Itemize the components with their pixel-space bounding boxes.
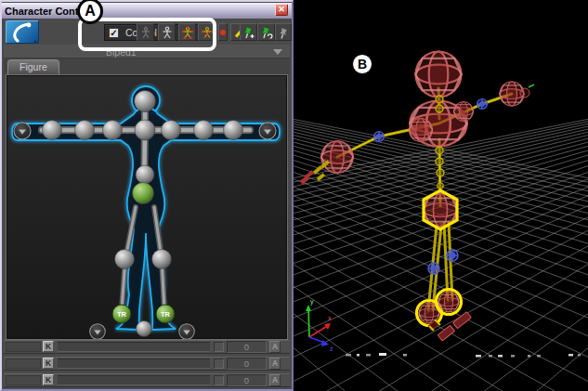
row3-key-button[interactable]: K xyxy=(43,374,54,385)
row3-value-field[interactable]: 0 xyxy=(227,374,267,386)
chevron-down-icon xyxy=(273,49,282,55)
viewport-scene: y x z xyxy=(294,0,588,391)
record-dot-button[interactable] xyxy=(218,23,228,41)
axis-y-label: y xyxy=(310,298,314,306)
pin-rotate-icon xyxy=(260,26,273,39)
keying-selection-button-disabled[interactable] xyxy=(137,23,154,41)
axis-z-label: z xyxy=(330,345,333,352)
row3-slider-track[interactable] xyxy=(58,375,210,385)
left-hand-node xyxy=(321,141,353,173)
keying-body-part-icon xyxy=(201,26,214,39)
pin-translate-icon xyxy=(242,26,255,39)
expand-left-arm-button[interactable] xyxy=(14,123,31,139)
control-rig-checkbox[interactable]: ✓ xyxy=(109,28,119,38)
row2-key-button[interactable]: K xyxy=(43,358,54,369)
key-row-3: K 0 A xyxy=(4,373,290,387)
record-dot-icon xyxy=(219,29,227,36)
keying-full-body-icon xyxy=(181,26,194,39)
right-shoulder-cell xyxy=(162,121,181,140)
expand-right-arm-button[interactable] xyxy=(259,123,276,139)
row1-mute-box[interactable] xyxy=(214,342,224,352)
tr-left-label: TR xyxy=(117,310,127,319)
tab-figure[interactable]: Figure xyxy=(7,59,59,74)
character-name: Biped1 xyxy=(106,46,137,58)
hips-effector[interactable] xyxy=(424,190,457,229)
row1-a-button[interactable]: A xyxy=(269,341,281,353)
hud-tick-marks xyxy=(346,353,581,358)
right-shoulder-node xyxy=(454,102,474,122)
keying-full-body-button[interactable] xyxy=(178,23,196,41)
chest-cell xyxy=(135,120,155,140)
pin-none-button[interactable] xyxy=(275,23,292,41)
row1-label-cell xyxy=(6,342,41,352)
expand-right-foot-button[interactable] xyxy=(179,324,195,339)
row1-key-button[interactable]: K xyxy=(43,341,54,352)
toolbar: ✓ Control Rig xyxy=(2,20,292,45)
left-knee-ring xyxy=(428,263,439,274)
row2-a-button[interactable]: A xyxy=(269,358,281,370)
character-figure-icon xyxy=(161,26,174,39)
axis-x-label: x xyxy=(328,315,332,321)
keying-selection-icon xyxy=(139,26,152,39)
pin-none-icon xyxy=(277,26,290,39)
right-ankle-tr-marker[interactable]: TR xyxy=(156,305,175,323)
row3-mute-box[interactable] xyxy=(214,375,224,385)
row2-mute-box[interactable] xyxy=(214,358,224,369)
character-selector[interactable]: Biped1 xyxy=(4,45,290,59)
window-titlebar[interactable]: Character Cont xyxy=(2,3,292,19)
character-figure-button[interactable] xyxy=(158,23,176,41)
3d-viewport[interactable]: y x z xyxy=(294,0,588,391)
tab-strip: Figure xyxy=(4,59,290,74)
row1-slider-track[interactable] xyxy=(58,342,210,352)
row2-slider-track[interactable] xyxy=(58,358,210,369)
tr-right-label: TR xyxy=(161,310,171,319)
motionbuilder-logo-icon xyxy=(7,21,38,43)
right-elbow-ring xyxy=(477,99,488,110)
left-shoulder-node xyxy=(410,119,433,142)
left-elbow-cell xyxy=(75,121,95,140)
window-title: Character Cont xyxy=(5,6,78,17)
left-hand-cell xyxy=(43,121,62,140)
figure-graphic: TR TR xyxy=(7,75,287,339)
right-ankle-effector[interactable] xyxy=(437,290,462,315)
key-row-1: K 0 A xyxy=(4,340,290,354)
row3-label-cell xyxy=(6,375,41,385)
close-icon: ✕ xyxy=(278,5,285,14)
expand-left-foot-button[interactable] xyxy=(90,324,106,339)
key-row-2: K 0 A xyxy=(4,357,290,371)
row1-value-field[interactable]: 0 xyxy=(227,341,267,353)
left-shoulder-cell xyxy=(103,121,123,140)
head-node xyxy=(416,52,462,98)
character-controls-window: Character Cont ✕ ✓ Control Rig xyxy=(0,0,294,391)
left-ankle-tr-marker[interactable]: TR xyxy=(112,305,131,323)
right-hand-cell xyxy=(224,121,243,140)
right-hand-marker xyxy=(529,85,534,87)
row2-value-field[interactable]: 0 xyxy=(227,358,267,370)
screenshot-stage: y x z Character Cont ✕ xyxy=(0,0,588,391)
left-knee-cell xyxy=(115,250,135,269)
reference-cell xyxy=(137,321,152,337)
pin-rotate-button[interactable] xyxy=(257,23,275,41)
row2-label-cell xyxy=(6,358,41,369)
right-knee-cell xyxy=(152,250,172,269)
annotation-b-badge: B xyxy=(352,54,372,74)
left-elbow-ring xyxy=(374,132,385,142)
motionbuilder-logo-button[interactable] xyxy=(6,20,39,44)
row3-a-button[interactable]: A xyxy=(269,374,281,386)
keying-body-part-button[interactable] xyxy=(198,23,216,41)
right-hand-knob xyxy=(520,88,529,98)
hips-cell xyxy=(133,183,154,204)
axis-gizmo: y x z xyxy=(306,298,333,352)
head-cell xyxy=(135,91,156,112)
right-elbow-cell xyxy=(194,121,214,140)
spine-cell xyxy=(136,165,154,184)
close-button[interactable]: ✕ xyxy=(275,4,288,16)
right-knee-ring xyxy=(447,250,458,261)
pin-translate-button[interactable] xyxy=(240,23,257,41)
character-representation-canvas[interactable]: TR TR xyxy=(6,74,288,340)
